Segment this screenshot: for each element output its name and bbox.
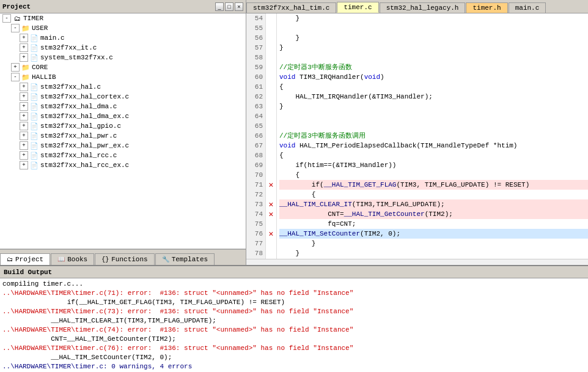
code-line-68: { xyxy=(279,151,588,160)
tab-project[interactable]: 🗂 Project xyxy=(0,253,50,265)
tree-item-hal-dma[interactable]: + 📄 stm32f7xx_hal_dma.c xyxy=(0,102,246,111)
build-line-4: ..\HARDWARE\TIMER\timer.c(73): error: #1… xyxy=(2,307,586,316)
file-icon-hal-pwr: 📄 xyxy=(29,132,39,140)
tree-item-user[interactable]: - 📁 USER xyxy=(0,23,246,33)
tree-label-core: CORE xyxy=(32,64,48,71)
code-line-66: //定时器3中断服务函数调用 xyxy=(279,131,588,141)
tree-item-hal-dma-ex[interactable]: + 📄 stm32f7xx_hal_dma_ex.c xyxy=(0,111,246,121)
project-header-buttons: _ □ × xyxy=(215,2,243,11)
project-panel: Project _ □ × - 🗂 TIMER - xyxy=(0,0,246,265)
books-tab-icon: 📖 xyxy=(57,256,65,263)
folder-icon-hallib: 📁 xyxy=(21,73,31,81)
project-tree: - 🗂 TIMER - 📁 USER + 📄 main.c xyxy=(0,13,246,249)
editor-tab-hal-legacy[interactable]: stm32_hal_legacy.h xyxy=(380,2,466,13)
tree-label-timer-root: TIMER xyxy=(23,15,43,22)
build-output-title: Build Output xyxy=(4,269,52,276)
code-line-69: if(htim==(&TIM3_Handler)) xyxy=(279,160,588,170)
tree-label-user: USER xyxy=(32,24,48,32)
build-output-panel: Build Output compiling timer.c... ..\HAR… xyxy=(0,265,588,372)
code-line-70: { xyxy=(279,170,588,180)
expander-hallib[interactable]: - xyxy=(11,73,20,81)
tree-item-system-stm32[interactable]: + 📄 system_stm32f7xx.c xyxy=(0,53,246,62)
tree-item-hal-pwr[interactable]: + 📄 stm32f7xx_hal_pwr.c xyxy=(0,131,246,141)
tree-item-hal-rcc-ex[interactable]: + 📄 stm32f7xx_hal_rcc_ex.c xyxy=(0,160,246,170)
close-button[interactable]: × xyxy=(235,2,243,11)
file-icon-hal-gpio: 📄 xyxy=(29,122,39,130)
code-line-76: __HAL_TIM_SetCounter(TIM2, 0); xyxy=(279,229,588,239)
editor-panel: stm32f7xx_hal_tim.c timer.c stm32_hal_le… xyxy=(246,0,588,265)
expander-hal[interactable]: + xyxy=(20,83,28,91)
tree-label-hal-dma-ex: stm32f7xx_hal_dma_ex.c xyxy=(40,113,129,120)
editor-tab-timer-h[interactable]: timer.h xyxy=(466,2,507,13)
expander-hal-dma[interactable]: + xyxy=(20,102,28,111)
code-line-74: CNT=__HAL_TIM_GetCounter(TIM2); xyxy=(279,209,588,219)
minimize-button[interactable]: _ xyxy=(215,2,224,11)
tree-label-stm32-it: stm32f7xx_it.c xyxy=(40,44,97,51)
expander-hal-pwr[interactable]: + xyxy=(20,132,28,140)
expander-stm32-it[interactable]: + xyxy=(20,43,28,52)
functions-tab-icon: {} xyxy=(101,256,109,263)
editor-tab-timer-c-label: timer.c xyxy=(344,4,372,11)
code-area: 5455565758 5960616263 6465666768 6970717… xyxy=(246,13,588,259)
maximize-button[interactable]: □ xyxy=(225,2,233,11)
tab-functions[interactable]: {} Functions xyxy=(95,253,154,265)
tree-item-hal[interactable]: + 📄 stm32f7xx_hal.c xyxy=(0,82,246,92)
tree-item-hal-gpio[interactable]: + 📄 stm32f7xx_hal_gpio.c xyxy=(0,121,246,131)
editor-content[interactable]: 5455565758 5960616263 6465666768 6970717… xyxy=(246,13,588,259)
code-line-61: { xyxy=(279,82,588,92)
tree-label-hal-pwr-ex: stm32f7xx_hal_pwr_ex.c xyxy=(40,142,129,149)
editor-tabs: stm32f7xx_hal_tim.c timer.c stm32_hal_le… xyxy=(246,0,588,13)
expander-hal-rcc-ex[interactable]: + xyxy=(20,161,28,169)
expander-hal-cortex[interactable]: + xyxy=(20,92,28,101)
build-line-9: __HAL_TIM_SetCounter(TIM2, 0); xyxy=(2,353,586,362)
tree-item-main-c[interactable]: + 📄 main.c xyxy=(0,33,246,43)
books-tab-label: Books xyxy=(67,256,87,263)
line-numbers: 5455565758 5960616263 6465666768 6970717… xyxy=(246,13,266,259)
tree-item-hal-pwr-ex[interactable]: + 📄 stm32f7xx_hal_pwr_ex.c xyxy=(0,141,246,151)
expander-core[interactable]: + xyxy=(11,63,20,72)
project-tab-icon: 🗂 xyxy=(7,256,13,263)
file-icon-hal: 📄 xyxy=(29,83,39,91)
editor-tab-timer-c[interactable]: timer.c xyxy=(337,2,378,13)
code-line-75: fq=CNT; xyxy=(279,219,588,229)
file-icon-system-stm32: 📄 xyxy=(29,53,39,62)
tree-item-core[interactable]: + 📁 CORE xyxy=(0,62,246,72)
file-icon-hal-cortex: 📄 xyxy=(29,92,39,101)
tree-item-hal-rcc[interactable]: + 📄 stm32f7xx_hal_rcc.c xyxy=(0,151,246,160)
tree-label-hal-gpio: stm32f7xx_hal_gpio.c xyxy=(40,122,121,130)
top-area: Project _ □ × - 🗂 TIMER - xyxy=(0,0,588,265)
code-line-78: } xyxy=(279,248,588,258)
project-header: Project _ □ × xyxy=(0,0,246,13)
expander-hal-dma-ex[interactable]: + xyxy=(20,112,28,121)
tree-item-hal-cortex[interactable]: + 📄 stm32f7xx_hal_cortex.c xyxy=(0,92,246,102)
editor-scrollbar[interactable] xyxy=(246,259,588,265)
build-line-2: ..\HARDWARE\TIMER\timer.c(71): error: #1… xyxy=(2,289,586,298)
tree-label-hal-dma: stm32f7xx_hal_dma.c xyxy=(40,103,117,110)
code-line-60: void TIM3_IRQHandler(void) xyxy=(279,72,588,82)
expander-hal-rcc[interactable]: + xyxy=(20,151,28,160)
expander-hal-pwr-ex[interactable]: + xyxy=(20,141,28,150)
expander-timer-root[interactable]: - xyxy=(2,14,11,23)
editor-tab-hal-tim-label: stm32f7xx_hal_tim.c xyxy=(253,4,329,12)
expander-system-stm32[interactable]: + xyxy=(20,53,28,62)
tree-label-hal-pwr: stm32f7xx_hal_pwr.c xyxy=(40,132,117,140)
build-line-5: __HAL_TIM_CLEAR_IT(TIM3,TIM_FLAG_UPDATE)… xyxy=(2,316,586,326)
code-line-71: if(__HAL_TIM_GET_FLAG(TIM3, TIM_FLAG_UPD… xyxy=(279,180,588,190)
folder-icon-core: 📁 xyxy=(21,63,31,72)
code-line-55 xyxy=(279,23,588,33)
expander-main-c[interactable]: + xyxy=(20,34,28,42)
build-line-6: ..\HARDWARE\TIMER\timer.c(74): error: #1… xyxy=(2,326,586,335)
tree-item-hallib[interactable]: - 📁 HALLIB xyxy=(0,72,246,82)
tree-label-hal-rcc-ex: stm32f7xx_hal_rcc_ex.c xyxy=(40,162,129,169)
editor-tab-main-c[interactable]: main.c xyxy=(509,2,546,13)
tree-item-timer-root[interactable]: - 🗂 TIMER xyxy=(0,13,246,23)
tab-templates[interactable]: 🔧 Templates xyxy=(155,253,215,265)
expander-hal-gpio[interactable]: + xyxy=(20,122,28,130)
editor-tab-hal-tim[interactable]: stm32f7xx_hal_tim.c xyxy=(246,2,336,13)
tree-item-stm32-it[interactable]: + 📄 stm32f7xx_it.c xyxy=(0,43,246,53)
build-output-content: compiling timer.c... ..\HARDWARE\TIMER\t… xyxy=(0,278,588,372)
code-line-56: } xyxy=(279,33,588,43)
expander-user[interactable]: - xyxy=(11,24,20,32)
tab-books[interactable]: 📖 Books xyxy=(51,253,94,265)
code-line-77: } xyxy=(279,239,588,248)
